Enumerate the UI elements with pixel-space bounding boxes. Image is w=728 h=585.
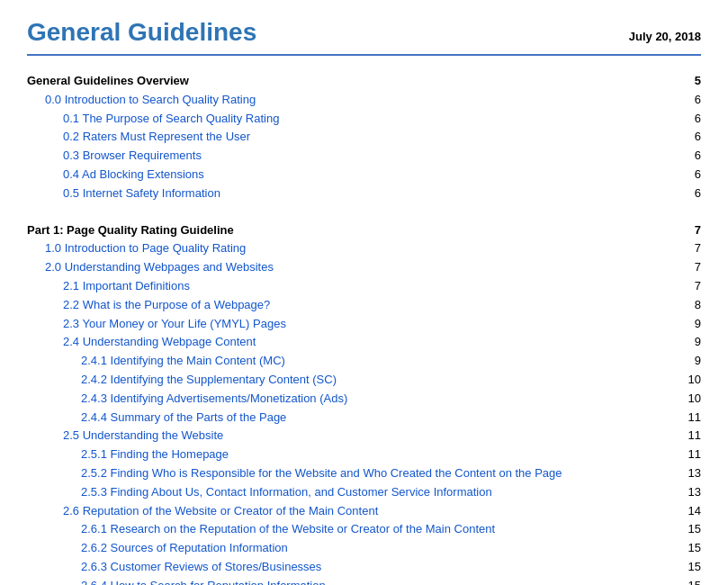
toc-entry: 2.5.3 Finding About Us, Contact Informat… xyxy=(27,483,701,502)
toc-entry: 2.2 What is the Purpose of a Webpage?8 xyxy=(27,296,701,315)
toc-container: General Guidelines Overview50.0 Introduc… xyxy=(27,72,701,585)
toc-page-number: 15 xyxy=(679,520,701,539)
toc-entry: General Guidelines Overview5 xyxy=(27,72,701,91)
toc-page-number: 11 xyxy=(679,427,701,446)
toc-entry-text[interactable]: 2.4.4 Summary of the Parts of the Page xyxy=(27,409,679,428)
toc-entry: Part 1: Page Quality Rating Guideline7 xyxy=(27,212,701,240)
toc-entry-text[interactable]: 1.0 Introduction to Page Quality Rating xyxy=(27,239,679,258)
toc-entry-text[interactable]: 0.0 Introduction to Search Quality Ratin… xyxy=(27,91,679,110)
toc-page-number: 11 xyxy=(679,446,701,464)
toc-entry-text[interactable]: 2.6.1 Research on the Reputation of the … xyxy=(27,520,679,539)
toc-page-number: 9 xyxy=(679,333,701,352)
toc-entry-text[interactable]: 2.5.3 Finding About Us, Contact Informat… xyxy=(27,483,679,502)
toc-entry-text[interactable]: 0.5 Internet Safety Information xyxy=(27,184,679,203)
toc-page-number: 13 xyxy=(679,483,701,502)
toc-page-number: 6 xyxy=(679,128,701,147)
toc-entry-text[interactable]: General Guidelines Overview xyxy=(27,72,679,91)
toc-entry-text[interactable]: 2.5 Understanding the Website xyxy=(27,427,679,446)
toc-page-number: 10 xyxy=(679,371,701,390)
toc-entry: 2.4.2 Identifying the Supplementary Cont… xyxy=(27,371,701,390)
toc-entry: 0.3 Browser Requirements6 xyxy=(27,147,701,166)
toc-entry: 2.0 Understanding Webpages and Websites7 xyxy=(27,258,701,277)
toc-entry-text[interactable]: 2.4.3 Identifying Advertisements/Monetiz… xyxy=(27,390,679,409)
toc-page-number: 6 xyxy=(679,91,701,110)
toc-page-number: 6 xyxy=(679,166,701,184)
toc-entry-text[interactable]: 2.5.2 Finding Who is Responsible for the… xyxy=(27,464,679,483)
toc-entry: 2.4.1 Identifying the Main Content (MC)9 xyxy=(27,352,701,371)
toc-page-number: 7 xyxy=(679,277,701,296)
toc-entry: 2.5.2 Finding Who is Responsible for the… xyxy=(27,464,701,483)
toc-entry: 0.0 Introduction to Search Quality Ratin… xyxy=(27,91,701,110)
toc-entry-text[interactable]: 2.2 What is the Purpose of a Webpage? xyxy=(27,296,679,315)
toc-entry-text[interactable]: 2.1 Important Definitions xyxy=(27,277,679,296)
toc-entry-text[interactable]: 0.1 The Purpose of Search Quality Rating xyxy=(27,110,679,129)
toc-page-number: 9 xyxy=(679,315,701,334)
toc-page-number: 8 xyxy=(679,296,701,315)
toc-entry-text[interactable]: 2.4 Understanding Webpage Content xyxy=(27,333,679,352)
toc-page-number: 14 xyxy=(679,502,701,521)
toc-entry-text[interactable]: 2.0 Understanding Webpages and Websites xyxy=(27,258,679,277)
toc-entry: 0.5 Internet Safety Information6 xyxy=(27,184,701,203)
toc-page-number: 15 xyxy=(679,577,701,585)
toc-page-number: 7 xyxy=(679,221,701,240)
toc-entry: 2.4.4 Summary of the Parts of the Page11 xyxy=(27,409,701,428)
toc-entry: 2.1 Important Definitions7 xyxy=(27,277,701,296)
toc-entry-text[interactable]: 2.4.2 Identifying the Supplementary Cont… xyxy=(27,371,679,390)
toc-entry-text[interactable]: 0.2 Raters Must Represent the User xyxy=(27,128,679,147)
toc-entry: 2.6.4 How to Search for Reputation Infor… xyxy=(27,577,701,585)
toc-entry: 2.4 Understanding Webpage Content9 xyxy=(27,333,701,352)
page-date: July 20, 2018 xyxy=(629,30,701,43)
toc-entry-text[interactable]: 2.4.1 Identifying the Main Content (MC) xyxy=(27,352,679,371)
toc-entry-text[interactable]: 2.5.1 Finding the Homepage xyxy=(27,446,679,464)
toc-entry-text[interactable]: 2.3 Your Money or Your Life (YMYL) Pages xyxy=(27,315,679,334)
toc-page-number: 10 xyxy=(679,390,701,409)
toc-page-number: 5 xyxy=(679,72,701,91)
toc-entry: 0.4 Ad Blocking Extensions6 xyxy=(27,166,701,184)
toc-entry-text[interactable]: 0.3 Browser Requirements xyxy=(27,147,679,166)
toc-entry: 2.3 Your Money or Your Life (YMYL) Pages… xyxy=(27,315,701,334)
toc-entry-text[interactable]: Part 1: Page Quality Rating Guideline xyxy=(27,221,679,240)
toc-entry: 2.4.3 Identifying Advertisements/Monetiz… xyxy=(27,390,701,409)
toc-page-number: 7 xyxy=(679,239,701,258)
toc-page-number: 13 xyxy=(679,464,701,483)
toc-entry: 2.5.1 Finding the Homepage11 xyxy=(27,446,701,464)
toc-page-number: 6 xyxy=(679,110,701,129)
toc-entry: 2.6.3 Customer Reviews of Stores/Busines… xyxy=(27,558,701,577)
toc-entry-text[interactable]: 2.6.4 How to Search for Reputation Infor… xyxy=(27,577,679,585)
toc-entry: 2.6.2 Sources of Reputation Information1… xyxy=(27,539,701,558)
toc-entry-text[interactable]: 2.6 Reputation of the Website or Creator… xyxy=(27,502,679,521)
toc-page-number: 7 xyxy=(679,258,701,277)
toc-entry-text[interactable]: 2.6.2 Sources of Reputation Information xyxy=(27,539,679,558)
toc-entry: 0.2 Raters Must Represent the User6 xyxy=(27,128,701,147)
toc-entry: 2.6 Reputation of the Website or Creator… xyxy=(27,502,701,521)
toc-page-number: 15 xyxy=(679,539,701,558)
toc-entry: 1.0 Introduction to Page Quality Rating7 xyxy=(27,239,701,258)
toc-entry-text[interactable]: 2.6.3 Customer Reviews of Stores/Busines… xyxy=(27,558,679,577)
toc-entry-text[interactable]: 0.4 Ad Blocking Extensions xyxy=(27,166,679,184)
toc-page-number: 6 xyxy=(679,184,701,203)
toc-page-number: 6 xyxy=(679,147,701,166)
toc-entry: 0.1 The Purpose of Search Quality Rating… xyxy=(27,110,701,129)
toc-entry: 2.5 Understanding the Website11 xyxy=(27,427,701,446)
page-title: General Guidelines xyxy=(27,18,256,47)
toc-page-number: 11 xyxy=(679,409,701,428)
toc-entry: 2.6.1 Research on the Reputation of the … xyxy=(27,520,701,539)
toc-page-number: 9 xyxy=(679,352,701,371)
toc-page-number: 15 xyxy=(679,558,701,577)
